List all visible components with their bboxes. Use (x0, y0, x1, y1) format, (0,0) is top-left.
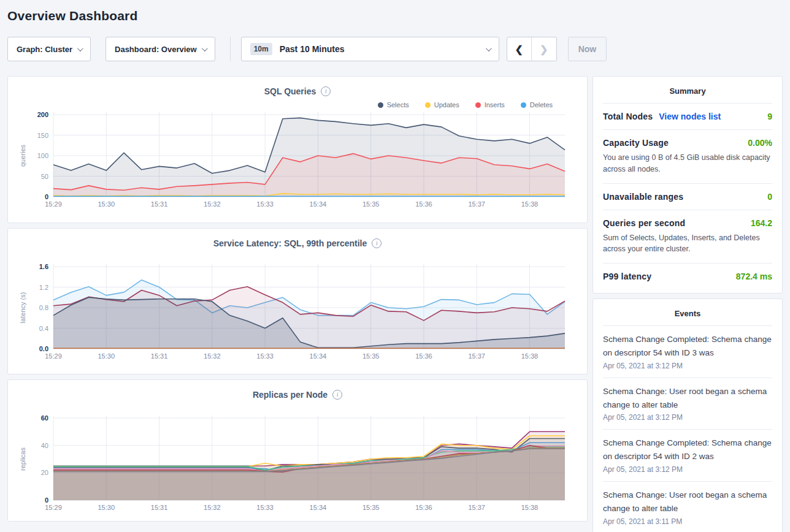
event-list-item: Schema Change: User root began a schema … (603, 378, 772, 430)
svg-text:0: 0 (45, 496, 48, 504)
svg-text:60: 60 (41, 414, 48, 422)
info-icon[interactable]: i (332, 390, 342, 400)
qps-label: Queries per second (603, 218, 685, 228)
svg-text:15:30: 15:30 (98, 200, 115, 208)
p99-latency-value: 872.4 ms (736, 272, 772, 281)
svg-text:15:38: 15:38 (521, 352, 539, 360)
svg-text:15:38: 15:38 (521, 200, 539, 208)
svg-text:0: 0 (45, 193, 48, 200)
time-range-badge: 10m (250, 43, 272, 55)
event-list-item: Schema Change Completed: Schema change o… (603, 429, 772, 481)
event-text: Schema Change: User root began a schema … (603, 385, 772, 412)
svg-text:15:32: 15:32 (204, 504, 221, 511)
event-timestamp: Apr 05, 2021 at 3:12 PM (603, 362, 772, 370)
legend-item: Inserts (475, 100, 505, 110)
capacity-label: Capacity Usage (603, 138, 669, 148)
svg-text:15:36: 15:36 (415, 352, 432, 360)
event-timestamp: Apr 05, 2021 at 3:11 PM (603, 517, 772, 526)
toolbar-divider (230, 37, 231, 61)
summary-row-p99: P99 latency 872.4 ms (603, 263, 772, 289)
svg-text:1.6: 1.6 (39, 263, 48, 270)
events-panel: Events Schema Change Completed: Schema c… (592, 298, 783, 532)
charts-column: SQL Queries i Selects Updates Inserts De… (7, 76, 588, 522)
svg-text:0.8: 0.8 (39, 304, 48, 311)
main-content: SQL Queries i Selects Updates Inserts De… (7, 76, 783, 532)
time-next-button[interactable]: ❯ (532, 37, 556, 61)
event-text: Schema Change Completed: Schema change o… (603, 436, 772, 463)
svg-text:15:35: 15:35 (362, 504, 380, 511)
svg-text:15:35: 15:35 (362, 200, 380, 208)
graph-dropdown-label: Graph: Cluster (17, 45, 72, 54)
summary-panel: Summary Total Nodes View nodes list 9 Ca… (592, 76, 783, 294)
svg-text:15:34: 15:34 (310, 352, 327, 360)
svg-text:15:30: 15:30 (98, 352, 115, 360)
unavailable-ranges-value: 0 (767, 192, 772, 202)
event-timestamp: Apr 05, 2021 at 3:12 PM (603, 413, 772, 422)
event-text: Schema Change Completed: Schema change o… (603, 333, 772, 360)
dashboard-dropdown-label: Dashboard: Overview (115, 45, 197, 54)
summary-row-capacity: Capacity Usage 0.00% You are using 0 B o… (603, 129, 772, 183)
svg-text:0.4: 0.4 (39, 325, 48, 332)
svg-text:100: 100 (37, 152, 48, 159)
svg-text:1.2: 1.2 (39, 284, 48, 291)
svg-text:queries: queries (19, 144, 26, 167)
time-range-selector[interactable]: 10m Past 10 Minutes (241, 37, 499, 61)
info-icon[interactable]: i (372, 238, 382, 248)
page-title: Overview Dashboard (0, 0, 790, 23)
legend-label: Updates (434, 101, 459, 108)
unavailable-ranges-label: Unavailable ranges (603, 192, 683, 202)
svg-text:15:33: 15:33 (256, 352, 274, 360)
chevron-down-icon (77, 45, 83, 51)
legend-dot (425, 102, 431, 108)
time-nav-group: ❮ ❯ (507, 37, 557, 61)
service-latency-chart[interactable]: 0.00.40.81.21.615:2915:3015:3115:3215:33… (18, 262, 578, 367)
svg-text:20: 20 (41, 469, 48, 476)
svg-text:200: 200 (37, 111, 48, 118)
summary-row-qps: Queries per second 164.2 Sum of Selects,… (603, 210, 772, 264)
sidebar: Summary Total Nodes View nodes list 9 Ca… (592, 76, 783, 532)
replicas-per-node-panel: Replicas per Node i 020406015:2915:3015:… (7, 379, 588, 522)
svg-text:15:32: 15:32 (204, 200, 221, 208)
event-timestamp: Apr 05, 2021 at 3:12 PM (603, 465, 772, 474)
svg-text:latency (s): latency (s) (19, 292, 26, 324)
legend-dot (475, 102, 481, 108)
summary-row-total-nodes: Total Nodes View nodes list 9 (603, 103, 772, 129)
svg-text:15:37: 15:37 (468, 352, 485, 360)
sql-queries-chart[interactable]: 05010015020015:2915:3015:3115:3215:3315:… (18, 110, 578, 215)
svg-text:15:31: 15:31 (151, 504, 168, 511)
chart-title: Replicas per Node (253, 390, 328, 400)
svg-text:15:30: 15:30 (98, 504, 115, 511)
chart-title: Service Latency: SQL, 99th percentile (213, 238, 367, 248)
svg-text:15:31: 15:31 (151, 200, 168, 208)
p99-latency-label: P99 latency (603, 272, 651, 281)
qps-subtext: Sum of Selects, Updates, Inserts, and De… (603, 232, 772, 256)
legend-label: Inserts (485, 101, 505, 108)
event-list-item: Schema Change Completed: Schema change o… (603, 325, 772, 378)
event-list-item: Schema Change: User root began a schema … (603, 481, 772, 532)
dashboard-dropdown[interactable]: Dashboard: Overview (105, 37, 215, 61)
info-icon[interactable]: i (321, 86, 331, 96)
chevron-down-icon (486, 45, 492, 51)
graph-dropdown[interactable]: Graph: Cluster (7, 37, 91, 61)
time-range-label: Past 10 Minutes (280, 44, 486, 54)
view-nodes-list-link[interactable]: View nodes list (659, 112, 721, 121)
replicas-per-node-chart[interactable]: 020406015:2915:3015:3115:3215:3315:3415:… (18, 413, 578, 519)
summary-heading: Summary (603, 77, 772, 103)
svg-text:40: 40 (41, 442, 48, 449)
svg-text:15:35: 15:35 (362, 352, 380, 360)
svg-text:15:29: 15:29 (45, 504, 62, 511)
legend-label: Deletes (530, 101, 553, 108)
now-button[interactable]: Now (568, 37, 607, 61)
svg-text:15:31: 15:31 (151, 352, 168, 360)
time-prev-button[interactable]: ❮ (507, 37, 532, 61)
svg-text:replicas: replicas (19, 447, 26, 471)
svg-text:15:36: 15:36 (415, 200, 432, 208)
qps-value: 164.2 (751, 218, 772, 228)
svg-text:50: 50 (41, 173, 48, 180)
legend-item: Selects (378, 100, 409, 110)
legend-label: Selects (387, 101, 409, 108)
svg-text:15:36: 15:36 (415, 504, 432, 511)
capacity-value: 0.00% (748, 138, 772, 148)
svg-text:0.0: 0.0 (39, 345, 48, 352)
svg-text:15:32: 15:32 (204, 352, 221, 360)
